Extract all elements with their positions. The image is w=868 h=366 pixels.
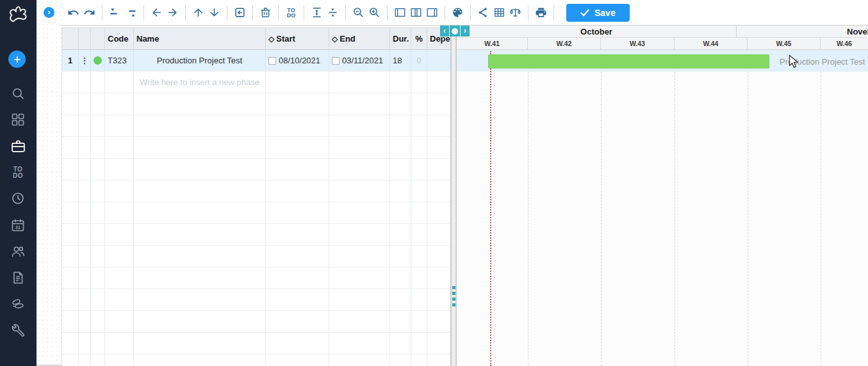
add-button[interactable] (8, 51, 26, 68)
todo-line2: DO (13, 172, 23, 179)
chevron-right-icon: › (48, 8, 51, 17)
redo-button[interactable] (81, 4, 97, 21)
sidebar-item-search[interactable] (9, 84, 27, 102)
critical-path-button[interactable] (475, 4, 491, 21)
sidebar-item-todo[interactable]: TODO (9, 164, 27, 182)
pan-center-handle[interactable] (450, 26, 460, 36)
week-gridline (675, 72, 675, 366)
collapse-rows-button[interactable] (325, 4, 341, 21)
toolbar-separator (345, 5, 346, 20)
header-code: Code (105, 28, 134, 49)
empty-row (62, 246, 451, 267)
cell-code[interactable]: T323 (105, 50, 134, 71)
week-cell[interactable]: W.42 (528, 38, 601, 49)
sidebar-item-calendar[interactable]: 31 (9, 216, 27, 234)
new-phase-input[interactable]: Write here to insert a new phase (134, 72, 266, 93)
indent-level-icon (125, 6, 137, 19)
start-milestone-checkbox[interactable] (268, 57, 276, 65)
sidebar-item-projects[interactable] (9, 137, 27, 155)
cell-name[interactable]: Production Project Test (134, 50, 266, 71)
month-label: October (580, 27, 612, 36)
task-bar[interactable] (488, 54, 769, 68)
mouse-cursor (789, 54, 799, 69)
pan-left-button[interactable]: ‹ (440, 26, 449, 36)
zoom-in-icon (368, 6, 381, 19)
delete-button[interactable] (258, 4, 274, 21)
sidebar-item-documents[interactable] (9, 269, 27, 287)
panel-split-button[interactable] (408, 4, 424, 21)
cell-percent[interactable]: 0 (411, 50, 427, 71)
empty-row (62, 180, 451, 202)
cell-duration[interactable]: 18 (390, 50, 411, 71)
header-rownum (62, 28, 79, 49)
chevron-right-icon: › (464, 26, 466, 35)
toolbar-separator (470, 5, 471, 20)
resources-balance-button[interactable] (507, 4, 523, 21)
pan-right-button[interactable]: › (461, 26, 470, 36)
expand-rows-button[interactable] (309, 4, 325, 21)
cell-start[interactable]: 08/10/2021 (266, 50, 329, 71)
print-button[interactable] (533, 4, 549, 21)
empty-row (62, 137, 451, 159)
sidebar-item-time[interactable] (9, 189, 27, 207)
toolbar-separator (227, 5, 227, 20)
sidebar-gutter (37, 0, 61, 366)
outdent-level-button[interactable] (107, 4, 123, 21)
week-gridline (601, 72, 602, 366)
expand-panel-toggle[interactable]: › (44, 7, 54, 18)
header-duration: Dur. (390, 28, 411, 49)
move-up-icon (192, 6, 204, 19)
move-left-icon (151, 6, 163, 19)
grid-view-button[interactable] (491, 4, 507, 21)
week-cell[interactable]: W.44 (675, 38, 748, 49)
toolbar-separator (185, 5, 186, 20)
new-phase-row: Write here to insert a new phase (62, 72, 451, 93)
grid-view-icon (493, 6, 505, 19)
kebab-menu-icon: ⋮ (81, 57, 89, 64)
move-down-button[interactable] (206, 4, 222, 21)
insert-task-button[interactable] (232, 4, 248, 21)
week-cell[interactable]: W.41 (457, 38, 528, 49)
save-button[interactable]: Save (566, 4, 630, 22)
row-menu[interactable]: ⋮ (79, 50, 91, 71)
task-grid: Code Name ◇Start ◇End Dur. % Depe. 1 ⋮ T… (61, 28, 450, 366)
panel-left-button[interactable] (392, 4, 408, 21)
panel-right-button[interactable] (424, 4, 440, 21)
header-menu (79, 28, 91, 49)
empty-row (62, 115, 451, 137)
cell-dependencies[interactable] (427, 50, 451, 71)
move-right-button[interactable] (165, 4, 181, 21)
end-milestone-checkbox[interactable] (332, 57, 340, 65)
grid-gantt-splitter[interactable] (450, 26, 457, 366)
header-start: ◇Start (266, 28, 329, 49)
sidebar-item-costs[interactable] (9, 295, 27, 313)
sidebar-item-resources[interactable] (9, 243, 27, 260)
cell-end[interactable]: 03/11/2021 (329, 50, 390, 71)
sidebar: TODO 31 (0, 0, 37, 366)
grid-header-row: Code Name ◇Start ◇End Dur. % Depe. (62, 28, 451, 50)
zoom-out-button[interactable] (350, 4, 366, 21)
splitter-drag-handle-icon[interactable] (452, 286, 455, 306)
task-row-1: 1 ⋮ T323 Production Project Test 08/10/2… (62, 50, 451, 72)
todo-button[interactable]: TODO (283, 4, 299, 21)
move-left-button[interactable] (149, 4, 165, 21)
sidebar-item-dashboard[interactable] (9, 111, 27, 129)
week-cell[interactable]: W.46 (821, 38, 868, 49)
empty-row (62, 93, 451, 115)
week-cell[interactable]: W.43 (601, 38, 675, 49)
palette-button[interactable] (450, 4, 466, 21)
month-cell: October (457, 26, 737, 37)
toolbar-separator (278, 5, 279, 20)
empty-row (62, 202, 451, 224)
toolbar-separator (528, 5, 528, 20)
gantt-pan-widget: ‹ › (440, 26, 470, 36)
move-up-button[interactable] (190, 4, 206, 21)
indent-level-button[interactable] (123, 4, 139, 21)
undo-button[interactable] (65, 4, 81, 21)
sidebar-item-settings[interactable] (9, 321, 27, 339)
week-cell[interactable]: W.45 (748, 38, 821, 49)
zoom-in-button[interactable] (366, 4, 382, 21)
row-status[interactable] (91, 50, 105, 71)
week-gridline (821, 72, 821, 366)
document-icon (10, 270, 26, 285)
